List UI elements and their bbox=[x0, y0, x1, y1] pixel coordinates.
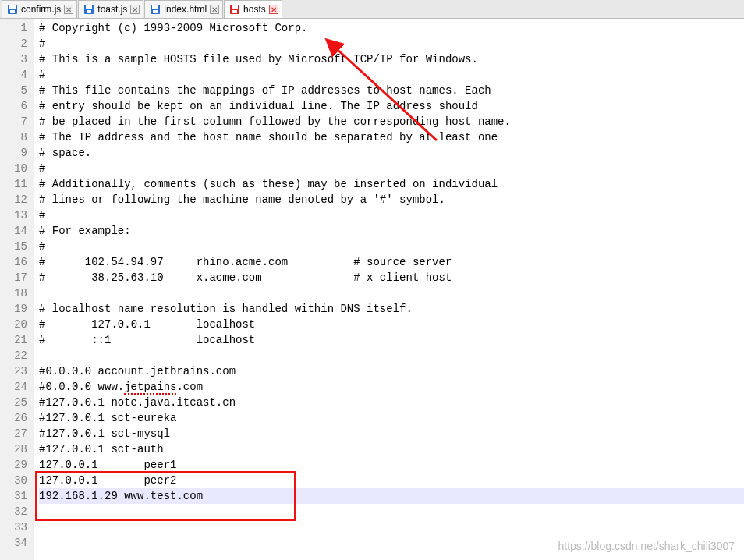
save-icon bbox=[83, 4, 94, 15]
svg-rect-4 bbox=[86, 5, 92, 9]
line-number: 5 bbox=[0, 83, 27, 98]
line-number: 30 bbox=[0, 473, 27, 488]
svg-rect-5 bbox=[87, 10, 91, 13]
line-number: 16 bbox=[0, 254, 27, 270]
code-line[interactable]: 127.0.0.1 peer1 bbox=[39, 457, 744, 473]
line-number: 25 bbox=[0, 395, 27, 410]
line-number: 34 bbox=[0, 535, 27, 551]
code-line[interactable]: #0.0.0.0 account.jetbrains.com bbox=[39, 363, 744, 379]
line-number: 4 bbox=[0, 67, 27, 83]
tab-toast-js[interactable]: toast.js✕ bbox=[78, 0, 143, 18]
line-number: 21 bbox=[0, 332, 27, 348]
code-line[interactable]: # Copyright (c) 1993-2009 Microsoft Corp… bbox=[39, 20, 744, 36]
code-area[interactable]: # Copyright (c) 1993-2009 Microsoft Corp… bbox=[34, 19, 744, 560]
code-line[interactable]: #0.0.0.0 www.jetpains.com bbox=[39, 379, 744, 395]
line-number: 11 bbox=[0, 176, 27, 192]
code-line[interactable]: # This is a sample HOSTS file used by Mi… bbox=[39, 51, 744, 67]
line-number: 6 bbox=[0, 98, 27, 114]
line-number: 28 bbox=[0, 441, 27, 457]
save-icon bbox=[150, 4, 161, 15]
line-number: 33 bbox=[0, 519, 27, 535]
code-line[interactable]: # lines or following the machine name de… bbox=[39, 192, 744, 207]
code-line[interactable]: # bbox=[39, 161, 744, 176]
code-line[interactable]: 192.168.1.29 www.test.com bbox=[39, 488, 744, 504]
code-line[interactable]: # space. bbox=[39, 145, 744, 161]
code-line[interactable]: # This file contains the mappings of IP … bbox=[39, 83, 744, 98]
line-number: 32 bbox=[0, 504, 27, 519]
code-line[interactable] bbox=[39, 504, 744, 519]
code-line[interactable]: # be placed in the first column followed… bbox=[39, 114, 744, 129]
code-line[interactable] bbox=[39, 519, 744, 535]
line-number: 8 bbox=[0, 129, 27, 145]
code-line[interactable]: # bbox=[39, 207, 744, 223]
line-number: 15 bbox=[0, 239, 27, 254]
code-line[interactable]: # localhost name resolution is handled w… bbox=[39, 301, 744, 317]
close-icon[interactable]: ✕ bbox=[210, 5, 219, 14]
line-number: 27 bbox=[0, 426, 27, 441]
code-line[interactable] bbox=[39, 285, 744, 301]
svg-rect-1 bbox=[9, 5, 16, 9]
line-number: 22 bbox=[0, 348, 27, 363]
svg-rect-7 bbox=[152, 5, 158, 9]
line-number: 14 bbox=[0, 223, 27, 239]
code-line[interactable]: #127.0.0.1 sct-auth bbox=[39, 441, 744, 457]
svg-rect-11 bbox=[232, 10, 237, 13]
code-line[interactable]: # 38.25.63.10 x.acme.com # x client host bbox=[39, 270, 744, 285]
line-number: 12 bbox=[0, 192, 27, 207]
editor: 1234567891011121314151617181920212223242… bbox=[0, 19, 744, 560]
code-line[interactable]: # 127.0.0.1 localhost bbox=[39, 317, 744, 332]
tab-label: index.html bbox=[164, 4, 207, 15]
line-number: 13 bbox=[0, 207, 27, 223]
line-number: 31 bbox=[0, 488, 27, 504]
close-icon[interactable]: ✕ bbox=[64, 5, 73, 14]
line-number: 9 bbox=[0, 145, 27, 161]
line-number: 20 bbox=[0, 317, 27, 332]
code-line[interactable]: # bbox=[39, 239, 744, 254]
line-number-gutter: 1234567891011121314151617181920212223242… bbox=[0, 19, 34, 560]
save-icon bbox=[229, 4, 240, 15]
svg-rect-10 bbox=[232, 5, 238, 9]
code-line[interactable]: #127.0.0.1 sct-eureka bbox=[39, 410, 744, 426]
code-line[interactable]: # ::1 localhost bbox=[39, 332, 744, 348]
code-line[interactable]: # The IP address and the host name shoul… bbox=[39, 129, 744, 145]
line-number: 7 bbox=[0, 114, 27, 129]
code-line[interactable]: # bbox=[39, 67, 744, 83]
code-line[interactable]: #127.0.0.1 note.java.itcast.cn bbox=[39, 395, 744, 410]
code-line[interactable]: # bbox=[39, 36, 744, 51]
line-number: 19 bbox=[0, 301, 27, 317]
tab-index-html[interactable]: index.html✕ bbox=[144, 0, 223, 18]
line-number: 23 bbox=[0, 363, 27, 379]
svg-rect-8 bbox=[153, 10, 158, 13]
code-line[interactable]: 127.0.0.1 peer2 bbox=[39, 473, 744, 488]
tab-confirm-js[interactable]: confirm.js✕ bbox=[2, 0, 77, 18]
line-number: 24 bbox=[0, 379, 27, 395]
spellcheck-squiggle: jetpains bbox=[124, 381, 176, 395]
svg-rect-2 bbox=[10, 10, 15, 13]
tab-label: confirm.js bbox=[21, 4, 61, 15]
line-number: 29 bbox=[0, 457, 27, 473]
code-line[interactable]: #127.0.0.1 sct-mysql bbox=[39, 426, 744, 441]
code-line[interactable]: # 102.54.94.97 rhino.acme.com # source s… bbox=[39, 254, 744, 270]
code-line[interactable] bbox=[39, 535, 744, 551]
code-line[interactable]: # Additionally, comments (such as these)… bbox=[39, 176, 744, 192]
line-number: 2 bbox=[0, 36, 27, 51]
close-icon[interactable]: ✕ bbox=[130, 5, 140, 14]
tab-label: toast.js bbox=[97, 4, 127, 15]
line-number: 18 bbox=[0, 285, 27, 301]
tab-bar: confirm.js✕toast.js✕index.html✕hosts✕ bbox=[0, 0, 744, 19]
tab-hosts[interactable]: hosts✕ bbox=[224, 0, 282, 18]
line-number: 1 bbox=[0, 20, 27, 36]
tab-label: hosts bbox=[243, 4, 266, 15]
save-icon bbox=[7, 4, 18, 15]
code-line[interactable] bbox=[39, 348, 744, 363]
line-number: 17 bbox=[0, 270, 27, 285]
line-number: 26 bbox=[0, 410, 27, 426]
line-number: 10 bbox=[0, 161, 27, 176]
code-line[interactable]: # For example: bbox=[39, 223, 744, 239]
code-line[interactable]: # entry should be kept on an individual … bbox=[39, 98, 744, 114]
close-icon[interactable]: ✕ bbox=[269, 5, 278, 14]
line-number: 3 bbox=[0, 51, 27, 67]
